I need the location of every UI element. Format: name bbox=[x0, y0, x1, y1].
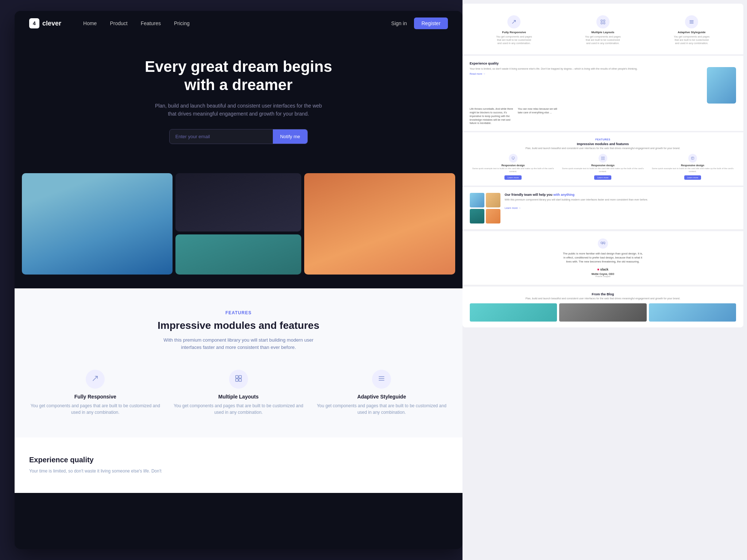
preview-feat-text-2: Some quick example text to build on the … bbox=[649, 167, 736, 173]
preview-team-img-2 bbox=[486, 193, 500, 207]
preview-read-more[interactable]: Read more → bbox=[470, 73, 703, 75]
email-input[interactable] bbox=[170, 129, 273, 144]
preview-team-desc: With this premium component library you … bbox=[505, 198, 736, 202]
preview-learn-btn-1[interactable]: Learn more bbox=[594, 175, 611, 180]
feature-icon-wrap-0 bbox=[86, 370, 105, 389]
preview-testimonial-section: The public is more familiar with bad des… bbox=[462, 231, 743, 285]
preview-feat-icon-1 bbox=[599, 154, 607, 163]
preview-exp-content: Your time is limited, so don't waste it … bbox=[470, 67, 736, 104]
nav-links: Home Product Features Pricing bbox=[83, 20, 190, 27]
nav-pricing[interactable]: Pricing bbox=[174, 20, 190, 26]
preview-icon-circle-0 bbox=[507, 15, 520, 28]
preview-icon-item-2: Adaptive Styleguide You get components a… bbox=[673, 15, 710, 45]
feature-title-1: Multiple Layouts bbox=[173, 394, 305, 400]
preview-icon-item-0: Fully Responsive You get components and … bbox=[496, 15, 532, 45]
svg-rect-18 bbox=[603, 157, 604, 158]
brand-name: clever bbox=[42, 20, 61, 27]
svg-rect-24 bbox=[601, 242, 603, 244]
hero-img-1 bbox=[22, 173, 173, 275]
hero-img-2 bbox=[175, 173, 301, 232]
preview-team-images bbox=[470, 193, 500, 223]
preview-exp-image bbox=[707, 67, 736, 104]
nav-features[interactable]: Features bbox=[141, 20, 161, 26]
nav-right: Sign in Register bbox=[391, 18, 448, 29]
preview-team-learn-more[interactable]: Learn more → bbox=[505, 207, 521, 209]
features-description: With this premium component library you … bbox=[155, 337, 322, 352]
preview-exp-text: Your time is limited, so don't waste it … bbox=[470, 67, 703, 75]
svg-rect-20 bbox=[603, 159, 604, 160]
svg-rect-9 bbox=[601, 22, 602, 24]
main-panel: 4 clever Home Product Features Pricing S… bbox=[15, 11, 462, 549]
feature-card-1: Multiple Layouts You get components and … bbox=[173, 370, 305, 416]
preview-blog-grid bbox=[470, 303, 736, 322]
preview-experience-card: Experience quality Your time is limited,… bbox=[462, 56, 743, 131]
preview-team-link[interactable]: with anything bbox=[553, 193, 574, 197]
email-form: Notify me bbox=[169, 129, 308, 144]
preview-feat-icon-0 bbox=[509, 154, 518, 163]
sign-in-button[interactable]: Sign in bbox=[391, 20, 407, 26]
features-grid: Fully Responsive You get components and … bbox=[29, 370, 448, 416]
navbar: 4 clever Home Product Features Pricing S… bbox=[15, 11, 462, 36]
svg-rect-17 bbox=[601, 157, 603, 158]
feature-desc-0: You get components and pages that are bu… bbox=[29, 402, 162, 416]
svg-rect-0 bbox=[236, 376, 238, 378]
preview-features-card: FEATURES Impressive modules and features… bbox=[462, 132, 743, 186]
preview-role: Pname Snippet bbox=[471, 275, 735, 277]
experience-desc: Your time is limited, so don't waste it … bbox=[29, 468, 448, 475]
preview-team-title: Our friendly team will help you with any… bbox=[505, 193, 736, 197]
preview-slack-logo: ■ slack bbox=[471, 268, 735, 271]
preview-feat-title: Impressive modules and features bbox=[470, 142, 736, 146]
feature-desc-2: You get components and pages that are bu… bbox=[316, 402, 448, 416]
logo-icon: 4 bbox=[29, 18, 39, 28]
preview-feat-text-0: Some quick example text to build on the … bbox=[470, 167, 557, 173]
preview-testimonial-card: The public is more familiar with bad des… bbox=[462, 231, 743, 285]
feature-icon-wrap-1 bbox=[229, 370, 248, 389]
nav-product[interactable]: Product bbox=[110, 20, 127, 26]
feature-title-2: Adaptive Styleguide bbox=[316, 394, 448, 400]
preview-feat-name-0: Responsive design bbox=[470, 164, 557, 167]
feature-icon-2 bbox=[378, 375, 385, 384]
preview-learn-btn-2[interactable]: Learn more bbox=[684, 175, 701, 180]
features-section: FEATURES Impressive modules and features… bbox=[15, 288, 462, 438]
preview-feat-text-1: Some quick example text to build on the … bbox=[560, 167, 646, 173]
preview-icon-circle-1 bbox=[596, 15, 609, 28]
features-label: FEATURES bbox=[29, 310, 448, 315]
svg-rect-1 bbox=[239, 376, 241, 378]
feature-title-0: Fully Responsive bbox=[29, 394, 162, 400]
preview-quote-text: The public is more familiar with bad des… bbox=[563, 252, 643, 264]
preview-feat-card-2: Responsive design Some quick example tex… bbox=[649, 154, 736, 180]
hero-image-grid bbox=[15, 173, 462, 288]
register-button[interactable]: Register bbox=[414, 18, 448, 29]
svg-rect-7 bbox=[601, 20, 602, 21]
preview-author: Mollie Coyne, CEO bbox=[471, 273, 735, 275]
preview-exp-title: Experience quality bbox=[470, 62, 736, 65]
svg-rect-19 bbox=[601, 159, 603, 160]
svg-rect-25 bbox=[603, 242, 605, 244]
preview-icons-card: Fully Responsive You get components and … bbox=[462, 4, 743, 54]
preview-blog-img-1 bbox=[470, 303, 557, 322]
notify-button[interactable]: Notify me bbox=[273, 129, 307, 144]
preview-icon-desc-2: You get components and pages that are bu… bbox=[673, 35, 710, 45]
svg-rect-10 bbox=[603, 22, 605, 24]
preview-team-section: Our friendly team will help you with any… bbox=[462, 187, 743, 230]
feature-icon-1 bbox=[235, 375, 242, 384]
svg-rect-2 bbox=[236, 379, 238, 381]
preview-exp-body: Your time is limited, so don't waste it … bbox=[470, 67, 703, 71]
nav-home[interactable]: Home bbox=[83, 20, 97, 26]
experience-section: Experience quality Your time is limited,… bbox=[15, 438, 462, 493]
preview-learn-btn-0[interactable]: Learn more bbox=[504, 175, 522, 180]
hero-img-4 bbox=[175, 234, 301, 275]
hero-section: Every great dream begins with a dreamer … bbox=[15, 36, 462, 173]
preview-blog-img-2 bbox=[559, 303, 646, 322]
preview-feat-label: FEATURES bbox=[470, 138, 736, 141]
hero-img-3 bbox=[304, 173, 455, 275]
hero-description: Plan, build and launch beautiful and con… bbox=[155, 102, 322, 118]
feature-card-2: Adaptive Styleguide You get components a… bbox=[316, 370, 448, 416]
preview-exp-aside1: Life throws curveballs. And while there … bbox=[470, 107, 514, 125]
feature-desc-1: You get components and pages that are bu… bbox=[173, 402, 305, 416]
preview-panel: Fully Responsive You get components and … bbox=[462, 0, 747, 560]
preview-blog-img-3 bbox=[649, 303, 736, 322]
preview-icon-desc-1: You get components and pages that are bu… bbox=[585, 35, 621, 45]
svg-rect-14 bbox=[512, 157, 514, 159]
features-title: Impressive modules and features bbox=[29, 320, 448, 331]
